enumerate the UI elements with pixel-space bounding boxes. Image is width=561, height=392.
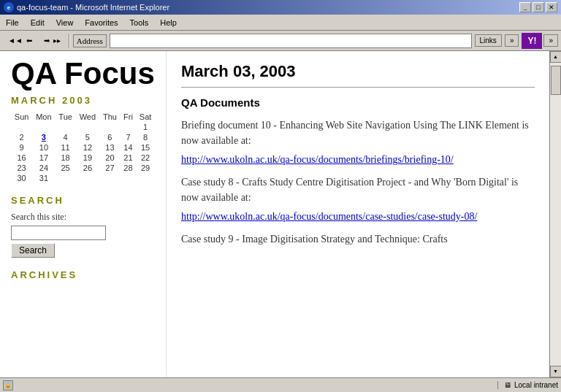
calendar-day[interactable]: 12 [76,142,100,153]
calendar-day[interactable]: 25 [56,163,76,173]
calendar-day[interactable]: 2 [11,132,32,142]
calendar-day [76,122,100,132]
zone-text: Local intranet [514,381,558,389]
calendar-day-header: Fri [121,112,137,122]
content-paragraph-0: Briefing document 10 - Enhancing Web Sit… [181,118,535,148]
menu-favorites[interactable]: Favorites [79,15,123,30]
calendar-day [136,173,155,183]
calendar-day[interactable]: 21 [121,153,137,163]
links-chevron[interactable]: » [505,34,519,47]
content-link-1[interactable]: http://www.ukoln.ac.uk/qa-focus/document… [181,211,535,223]
calendar-day[interactable]: 10 [32,142,55,153]
calendar-day-header: Thu [99,112,121,122]
scroll-down-button[interactable]: ▼ [550,366,562,377]
content-link-0[interactable]: http://www.ukoln.ac.uk/qa-focus/document… [181,154,535,166]
calendar-day[interactable]: 14 [121,142,137,153]
calendar-day [121,122,137,132]
close-button[interactable]: ✕ [546,2,557,12]
content-divider [181,87,535,88]
calendar-today-link[interactable]: 3 [42,133,46,142]
ie-icon: e [4,2,14,12]
calendar: SunMonTueWedThuFriSat 123456789101112131… [11,112,155,183]
calendar-day[interactable]: 23 [11,163,32,173]
month-year: MARCH 2003 [11,95,155,106]
menu-view[interactable]: View [50,15,80,30]
minimize-button[interactable]: _ [519,2,531,12]
calendar-day-header: Sat [136,112,155,122]
menu-file[interactable]: File [0,15,25,30]
main-content: March 03, 2003 QA Documents Briefing doc… [167,51,549,377]
calendar-day[interactable]: 6 [99,132,121,142]
calendar-day[interactable]: 15 [136,142,155,153]
site-title: QA Focus [11,58,155,89]
menu-edit[interactable]: Edit [25,15,50,30]
calendar-day [11,122,32,132]
calendar-day[interactable]: 13 [99,142,121,153]
calendar-day[interactable]: 9 [11,142,32,153]
calendar-day[interactable]: 17 [32,153,55,163]
calendar-day[interactable]: 1 [136,122,155,132]
scrollbar[interactable]: ▲ ▼ [549,51,561,377]
content-paragraph-2: Case study 9 - Image Digitisation Strate… [181,231,535,247]
calendar-day [121,173,137,183]
content-paragraph-1: Case study 8 - Crafts Study Centre Digit… [181,174,535,205]
calendar-day-header: Sun [11,112,32,122]
window-title: qa-focus-team - Microsoft Internet Explo… [17,3,169,12]
calendar-day-header: Mon [32,112,55,122]
forward-button[interactable]: ➡ ▸▸ [39,34,66,47]
calendar-day[interactable]: 24 [32,163,55,173]
calendar-day[interactable]: 5 [76,132,100,142]
calendar-day[interactable]: 20 [99,153,121,163]
status-right: 🖥 Local intranet [497,381,558,389]
date-heading: March 03, 2003 [181,62,535,81]
calendar-day[interactable]: 4 [56,132,76,142]
search-button[interactable]: Search [11,243,55,258]
calendar-day-header: Wed [76,112,100,122]
calendar-day[interactable]: 7 [121,132,137,142]
maximize-button[interactable]: □ [533,2,544,12]
toolbar: ◄◄ ⬅ ➡ ▸▸ Address Links » Y! » [0,31,561,51]
calendar-day[interactable]: 29 [136,163,155,173]
window-controls: _ □ ✕ [519,2,557,12]
yahoo-icon[interactable]: Y! [522,33,542,49]
scroll-up-button[interactable]: ▲ [550,51,562,63]
calendar-day[interactable]: 28 [121,163,137,173]
calendar-day[interactable]: 16 [11,153,32,163]
address-bar: Address Links » [73,34,519,48]
status-zone: 🖥 Local intranet [497,381,558,389]
calendar-day[interactable]: 18 [56,153,76,163]
search-section-header: SEARCH [11,195,155,206]
calendar-day [56,122,76,132]
calendar-day[interactable]: 27 [99,163,121,173]
links-button[interactable]: Links [475,34,502,47]
sidebar: QA Focus MARCH 2003 SunMonTueWedThuFriSa… [0,51,167,377]
scroll-thumb[interactable] [551,66,561,95]
calendar-day[interactable]: 22 [136,153,155,163]
search-input[interactable] [11,226,106,240]
calendar-day [99,173,121,183]
menu-help[interactable]: Help [154,15,183,30]
toolbar-separator [69,34,70,48]
scroll-track[interactable] [550,63,562,366]
calendar-day [56,173,76,183]
menu-tools[interactable]: Tools [124,15,155,30]
calendar-day-header: Tue [56,112,76,122]
calendar-day [32,122,55,132]
back-button[interactable]: ◄◄ ⬅ [3,34,37,47]
title-bar: e qa-focus-team - Microsoft Internet Exp… [0,0,561,15]
address-label: Address [73,34,107,47]
status-icon: 🔒 [3,380,13,391]
calendar-day[interactable]: 11 [56,142,76,153]
calendar-day[interactable]: 31 [32,173,55,183]
calendar-day[interactable]: 19 [76,153,100,163]
search-label: Search this site: [11,212,155,223]
archives-section-header: ARCHIVES [11,269,155,280]
calendar-day[interactable]: 3 [32,132,55,142]
address-input[interactable] [110,34,472,48]
status-bar: 🔒 🖥 Local intranet [0,377,561,392]
toolbar-more[interactable]: » [543,34,558,47]
calendar-day [76,173,100,183]
calendar-day[interactable]: 8 [136,132,155,142]
calendar-day[interactable]: 26 [76,163,100,173]
calendar-day[interactable]: 30 [11,173,32,183]
